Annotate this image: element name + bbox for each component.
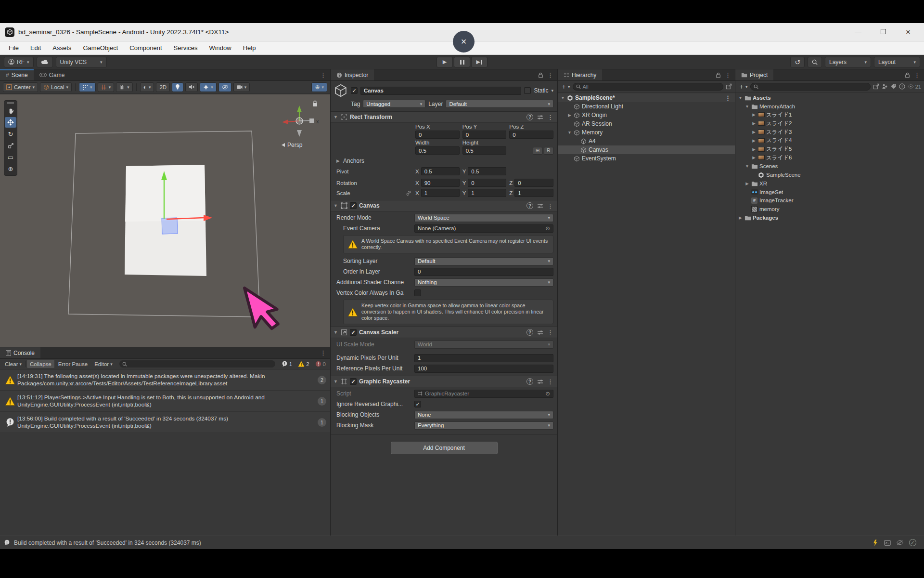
search-by-label-icon[interactable] bbox=[890, 83, 897, 90]
search-importlog-icon[interactable] bbox=[899, 83, 905, 90]
project-row-scenes[interactable]: ▼Scenes bbox=[735, 162, 924, 171]
hierarchy-row-directional-light[interactable]: Directional Light bbox=[558, 102, 735, 111]
maximize-button[interactable] bbox=[879, 27, 887, 37]
pos-x-field[interactable]: 0 bbox=[415, 131, 460, 139]
scene-header-kebab[interactable]: ⋮ bbox=[725, 94, 733, 102]
project-row--6[interactable]: ▶スライド6 bbox=[735, 154, 924, 162]
presets-icon[interactable] bbox=[537, 115, 543, 120]
menu-item-services[interactable]: Services bbox=[168, 41, 204, 54]
create-object-button[interactable]: ＋▾ bbox=[561, 82, 570, 91]
width-field[interactable]: 0.5 bbox=[415, 146, 460, 155]
rotation-z-field[interactable]: 0 bbox=[514, 179, 553, 187]
grid-snap-toggle[interactable]: ▾ bbox=[79, 82, 96, 92]
console-message-row[interactable]: [14:19:31] The following asset(s) locate… bbox=[0, 369, 330, 391]
gizmos-dropdown[interactable]: ⊕▾ bbox=[311, 82, 327, 92]
tool-handle-rotation-dropdown[interactable]: Local▾ bbox=[40, 82, 72, 92]
project-search-input[interactable] bbox=[750, 83, 871, 91]
tool-handle-position-dropdown[interactable]: Center▾ bbox=[3, 82, 38, 92]
layout-dropdown[interactable]: Layout▾ bbox=[874, 57, 920, 67]
hidden-count[interactable]: 21 bbox=[908, 84, 921, 90]
menu-item-gameobject[interactable]: GameObject bbox=[77, 41, 124, 54]
move-tool[interactable] bbox=[5, 117, 16, 128]
foldout-expanded-icon[interactable]: ▼ bbox=[566, 130, 573, 135]
layers-dropdown[interactable]: Layers▾ bbox=[825, 57, 871, 67]
menu-item-assets[interactable]: Assets bbox=[47, 41, 77, 54]
pivot-y-field[interactable]: 0.5 bbox=[468, 167, 506, 175]
minimize-button[interactable]: — bbox=[854, 27, 862, 37]
shading-mode-dropdown[interactable]: ◐▾ bbox=[140, 82, 154, 92]
open-new-window-icon[interactable] bbox=[726, 83, 732, 90]
project-row--4[interactable]: ▶スライド4 bbox=[735, 136, 924, 145]
tab-project[interactable]: Project bbox=[735, 69, 773, 80]
foldout-expanded-icon[interactable]: ▼ bbox=[737, 95, 744, 100]
foldout-collapsed-icon[interactable]: ▶ bbox=[751, 138, 757, 143]
tab-hierarchy[interactable]: Hierarchy bbox=[558, 69, 602, 80]
camera-settings-dropdown[interactable]: ▾ bbox=[233, 82, 250, 92]
raycaster-enabled-checkbox[interactable]: ✓ bbox=[350, 378, 357, 385]
cloud-button[interactable] bbox=[37, 57, 53, 67]
presets-icon[interactable] bbox=[537, 330, 543, 335]
close-button[interactable]: × bbox=[904, 27, 912, 37]
link-icon[interactable] bbox=[406, 190, 411, 196]
object-picker-icon[interactable]: ⊙ bbox=[545, 390, 550, 397]
inspector-menu-kebab[interactable]: ⋮ bbox=[547, 71, 553, 79]
foldout-collapsed-icon[interactable]: ▶ bbox=[751, 155, 757, 160]
view-pan-tool[interactable] bbox=[5, 105, 16, 116]
active-checkbox[interactable]: ✓ bbox=[351, 87, 358, 94]
component-menu-kebab[interactable]: ⋮ bbox=[547, 202, 553, 210]
step-button[interactable]: ▶ bbox=[471, 57, 488, 67]
project-row--5[interactable]: ▶スライド5 bbox=[735, 145, 924, 154]
foldout-collapsed-icon[interactable]: ▶ bbox=[751, 112, 757, 117]
canvas-enabled-checkbox[interactable]: ✓ bbox=[350, 202, 357, 209]
component-menu-kebab[interactable]: ⋮ bbox=[547, 378, 553, 385]
console-editor-dropdown[interactable]: Editor▾ bbox=[91, 360, 116, 368]
activity-indicator-icon[interactable]: ✓ bbox=[909, 539, 916, 546]
component-menu-kebab[interactable]: ⋮ bbox=[547, 114, 553, 121]
hierarchy-row-samplescene-[interactable]: ▼SampleScene*⋮ bbox=[558, 93, 735, 102]
scene-menu-kebab[interactable]: ⋮ bbox=[320, 71, 326, 79]
project-row-xr[interactable]: ▶XR bbox=[735, 179, 924, 188]
object-picker-icon[interactable]: ⊙ bbox=[545, 225, 550, 232]
ruler-dropdown[interactable]: ▾ bbox=[116, 82, 133, 92]
hierarchy-row-memory[interactable]: ▼Memory bbox=[558, 128, 735, 137]
foldout-collapsed-icon[interactable]: ▶ bbox=[744, 181, 750, 186]
gameobject-name-field[interactable]: Canvas bbox=[360, 87, 521, 95]
code-coverage-icon[interactable] bbox=[897, 540, 903, 545]
ignore-reversed-checkbox[interactable]: ✓ bbox=[414, 401, 421, 407]
viewport-lock-icon[interactable] bbox=[312, 100, 318, 107]
lighting-toggle[interactable] bbox=[172, 82, 183, 92]
audio-toggle[interactable] bbox=[185, 82, 198, 92]
anchors-foldout[interactable]: ▶Anchors bbox=[331, 156, 557, 166]
pos-y-field[interactable]: 0 bbox=[462, 131, 507, 139]
foldout-collapsed-icon[interactable]: ▶ bbox=[566, 113, 573, 118]
undo-history-button[interactable]: ↺ bbox=[790, 57, 805, 67]
project-row--1[interactable]: ▶スライド1 bbox=[735, 111, 924, 119]
open-new-window-icon[interactable] bbox=[873, 83, 879, 90]
height-field[interactable]: 0.5 bbox=[462, 146, 507, 155]
tab-console[interactable]: Console bbox=[0, 347, 40, 358]
vertex-color-checkbox[interactable] bbox=[414, 289, 421, 296]
render-mode-dropdown[interactable]: World Space▾ bbox=[414, 214, 553, 222]
project-row--3[interactable]: ▶スライド3 bbox=[735, 128, 924, 136]
scale-z-field[interactable]: 1 bbox=[514, 189, 553, 197]
order-in-layer-field[interactable]: 0 bbox=[414, 268, 553, 276]
tab-scene[interactable]: # Scene bbox=[0, 69, 34, 80]
project-row-imageset[interactable]: ImageSet bbox=[735, 188, 924, 197]
unity-vcs-dropdown[interactable]: Unity VCS▾ bbox=[56, 57, 107, 67]
unlock-icon[interactable] bbox=[538, 72, 543, 78]
project-row-samplescene[interactable]: SampleScene bbox=[735, 171, 924, 179]
unlock-icon[interactable] bbox=[905, 72, 910, 78]
sorting-layer-dropdown[interactable]: Default▾ bbox=[414, 257, 553, 265]
foldout-collapsed-icon[interactable]: ▶ bbox=[751, 130, 757, 134]
foldout-expanded-icon[interactable]: ▼ bbox=[744, 164, 750, 169]
foldout-expanded-icon[interactable]: ▼ bbox=[560, 95, 566, 100]
2d-toggle[interactable]: 2D bbox=[156, 82, 170, 92]
console-message-row[interactable]: [13:56:00] Build completed with a result… bbox=[0, 412, 330, 433]
console-menu-kebab[interactable]: ⋮ bbox=[320, 349, 326, 356]
project-menu-kebab[interactable]: ⋮ bbox=[914, 71, 920, 79]
hierarchy-row-canvas[interactable]: Canvas bbox=[558, 145, 735, 154]
canvas-component-header[interactable]: ▼ ✓ Canvas ? ⋮ bbox=[331, 200, 557, 211]
event-camera-field[interactable]: None (Camera) ⊙ bbox=[414, 224, 553, 233]
scene-visibility-toggle[interactable] bbox=[218, 82, 231, 92]
project-row--2[interactable]: ▶スライド2 bbox=[735, 119, 924, 128]
